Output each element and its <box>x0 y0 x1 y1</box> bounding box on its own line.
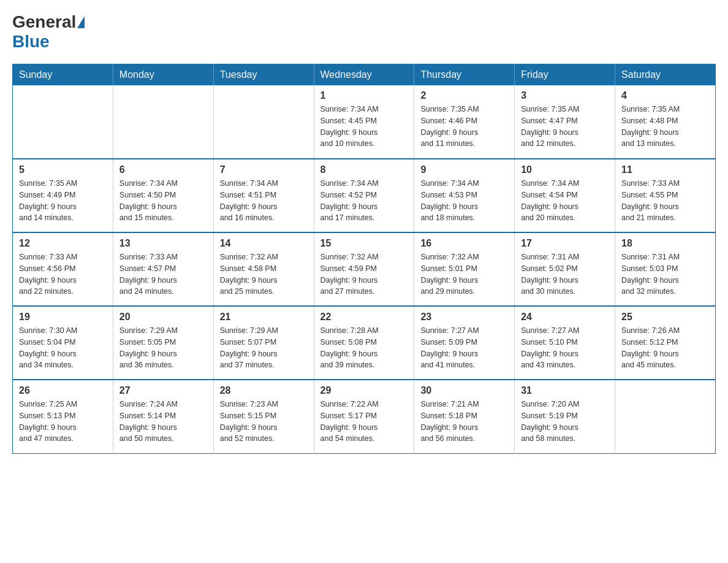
day-info: Sunrise: 7:35 AM Sunset: 4:46 PM Dayligh… <box>420 104 508 150</box>
day-number: 2 <box>420 90 508 101</box>
calendar-cell: 23Sunrise: 7:27 AM Sunset: 5:09 PM Dayli… <box>414 306 515 380</box>
calendar-cell: 6Sunrise: 7:34 AM Sunset: 4:50 PM Daylig… <box>113 159 213 232</box>
calendar-cell: 31Sunrise: 7:20 AM Sunset: 5:19 PM Dayli… <box>515 380 615 453</box>
day-number: 30 <box>420 385 508 396</box>
day-info: Sunrise: 7:32 AM Sunset: 5:01 PM Dayligh… <box>420 251 508 297</box>
calendar-header: SundayMondayTuesdayWednesdayThursdayFrid… <box>13 64 716 86</box>
calendar-cell: 16Sunrise: 7:32 AM Sunset: 5:01 PM Dayli… <box>414 232 515 306</box>
calendar-week-row: 19Sunrise: 7:30 AM Sunset: 5:04 PM Dayli… <box>13 306 716 380</box>
calendar-cell: 27Sunrise: 7:24 AM Sunset: 5:14 PM Dayli… <box>113 380 213 453</box>
day-number: 24 <box>521 312 609 323</box>
calendar-cell: 10Sunrise: 7:34 AM Sunset: 4:54 PM Dayli… <box>515 159 615 232</box>
calendar-cell: 22Sunrise: 7:28 AM Sunset: 5:08 PM Dayli… <box>314 306 414 380</box>
day-number: 1 <box>320 90 408 101</box>
day-number: 16 <box>420 238 508 249</box>
calendar-cell: 1Sunrise: 7:34 AM Sunset: 4:45 PM Daylig… <box>314 85 414 159</box>
day-number: 9 <box>420 164 508 175</box>
calendar-cell: 18Sunrise: 7:31 AM Sunset: 5:03 PM Dayli… <box>615 232 716 306</box>
day-info: Sunrise: 7:34 AM Sunset: 4:52 PM Dayligh… <box>320 178 408 224</box>
calendar-cell: 26Sunrise: 7:25 AM Sunset: 5:13 PM Dayli… <box>13 380 113 453</box>
page-header: General Blue <box>12 12 716 52</box>
day-info: Sunrise: 7:24 AM Sunset: 5:14 PM Dayligh… <box>119 399 207 445</box>
day-number: 8 <box>320 164 408 175</box>
day-number: 18 <box>621 238 709 249</box>
calendar-cell: 17Sunrise: 7:31 AM Sunset: 5:02 PM Dayli… <box>515 232 615 306</box>
day-number: 22 <box>320 312 408 323</box>
calendar-cell: 24Sunrise: 7:27 AM Sunset: 5:10 PM Dayli… <box>515 306 615 380</box>
day-info: Sunrise: 7:33 AM Sunset: 4:55 PM Dayligh… <box>621 178 709 224</box>
day-number: 21 <box>220 312 308 323</box>
logo-triangle-icon <box>77 16 85 28</box>
calendar-cell: 12Sunrise: 7:33 AM Sunset: 4:56 PM Dayli… <box>13 232 113 306</box>
calendar-cell: 28Sunrise: 7:23 AM Sunset: 5:15 PM Dayli… <box>213 380 314 453</box>
day-info: Sunrise: 7:20 AM Sunset: 5:19 PM Dayligh… <box>521 399 609 445</box>
calendar-cell: 15Sunrise: 7:32 AM Sunset: 4:59 PM Dayli… <box>314 232 414 306</box>
day-of-week-header: Sunday <box>13 64 113 86</box>
calendar-cell: 5Sunrise: 7:35 AM Sunset: 4:49 PM Daylig… <box>13 159 113 232</box>
day-number: 10 <box>521 164 609 175</box>
calendar-cell: 9Sunrise: 7:34 AM Sunset: 4:53 PM Daylig… <box>414 159 515 232</box>
day-number: 14 <box>220 238 308 249</box>
day-info: Sunrise: 7:29 AM Sunset: 5:05 PM Dayligh… <box>119 325 207 371</box>
calendar-cell: 2Sunrise: 7:35 AM Sunset: 4:46 PM Daylig… <box>414 85 515 159</box>
day-number: 26 <box>19 385 107 396</box>
calendar-cell <box>615 380 716 453</box>
calendar-cell <box>213 85 314 159</box>
day-info: Sunrise: 7:27 AM Sunset: 5:09 PM Dayligh… <box>420 325 508 371</box>
day-info: Sunrise: 7:35 AM Sunset: 4:48 PM Dayligh… <box>621 104 709 150</box>
day-of-week-header: Friday <box>515 64 615 86</box>
logo: General Blue <box>12 12 86 52</box>
day-info: Sunrise: 7:34 AM Sunset: 4:45 PM Dayligh… <box>320 104 408 150</box>
calendar-week-row: 5Sunrise: 7:35 AM Sunset: 4:49 PM Daylig… <box>13 159 716 232</box>
days-of-week-row: SundayMondayTuesdayWednesdayThursdayFrid… <box>13 64 716 86</box>
calendar-cell: 14Sunrise: 7:32 AM Sunset: 4:58 PM Dayli… <box>213 232 314 306</box>
day-number: 3 <box>521 90 609 101</box>
day-number: 6 <box>119 164 207 175</box>
calendar-cell <box>113 85 213 159</box>
calendar-cell: 7Sunrise: 7:34 AM Sunset: 4:51 PM Daylig… <box>213 159 314 232</box>
day-info: Sunrise: 7:22 AM Sunset: 5:17 PM Dayligh… <box>320 399 408 445</box>
day-info: Sunrise: 7:33 AM Sunset: 4:56 PM Dayligh… <box>19 251 107 297</box>
day-number: 23 <box>420 312 508 323</box>
day-number: 4 <box>621 90 709 101</box>
calendar-cell: 29Sunrise: 7:22 AM Sunset: 5:17 PM Dayli… <box>314 380 414 453</box>
day-info: Sunrise: 7:32 AM Sunset: 4:58 PM Dayligh… <box>220 251 308 297</box>
day-info: Sunrise: 7:30 AM Sunset: 5:04 PM Dayligh… <box>19 325 107 371</box>
calendar-cell <box>13 85 113 159</box>
day-info: Sunrise: 7:35 AM Sunset: 4:47 PM Dayligh… <box>521 104 609 150</box>
day-of-week-header: Thursday <box>414 64 515 86</box>
day-info: Sunrise: 7:28 AM Sunset: 5:08 PM Dayligh… <box>320 325 408 371</box>
day-of-week-header: Tuesday <box>213 64 314 86</box>
day-number: 7 <box>220 164 308 175</box>
calendar-cell: 19Sunrise: 7:30 AM Sunset: 5:04 PM Dayli… <box>13 306 113 380</box>
day-info: Sunrise: 7:33 AM Sunset: 4:57 PM Dayligh… <box>119 251 207 297</box>
calendar-cell: 8Sunrise: 7:34 AM Sunset: 4:52 PM Daylig… <box>314 159 414 232</box>
day-number: 19 <box>19 312 107 323</box>
day-number: 13 <box>119 238 207 249</box>
day-number: 28 <box>220 385 308 396</box>
day-info: Sunrise: 7:31 AM Sunset: 5:02 PM Dayligh… <box>521 251 609 297</box>
day-number: 11 <box>621 164 709 175</box>
day-info: Sunrise: 7:34 AM Sunset: 4:54 PM Dayligh… <box>521 178 609 224</box>
day-info: Sunrise: 7:34 AM Sunset: 4:50 PM Dayligh… <box>119 178 207 224</box>
calendar-cell: 4Sunrise: 7:35 AM Sunset: 4:48 PM Daylig… <box>615 85 716 159</box>
day-info: Sunrise: 7:27 AM Sunset: 5:10 PM Dayligh… <box>521 325 609 371</box>
day-info: Sunrise: 7:35 AM Sunset: 4:49 PM Dayligh… <box>19 178 107 224</box>
day-info: Sunrise: 7:31 AM Sunset: 5:03 PM Dayligh… <box>621 251 709 297</box>
logo-blue-text: Blue <box>12 32 50 51</box>
calendar-cell: 21Sunrise: 7:29 AM Sunset: 5:07 PM Dayli… <box>213 306 314 380</box>
day-info: Sunrise: 7:32 AM Sunset: 4:59 PM Dayligh… <box>320 251 408 297</box>
day-info: Sunrise: 7:21 AM Sunset: 5:18 PM Dayligh… <box>420 399 508 445</box>
calendar-table: SundayMondayTuesdayWednesdayThursdayFrid… <box>12 64 716 454</box>
day-number: 12 <box>19 238 107 249</box>
calendar-week-row: 1Sunrise: 7:34 AM Sunset: 4:45 PM Daylig… <box>13 85 716 159</box>
day-number: 27 <box>119 385 207 396</box>
calendar-week-row: 12Sunrise: 7:33 AM Sunset: 4:56 PM Dayli… <box>13 232 716 306</box>
logo-general-text: General <box>12 12 76 32</box>
day-info: Sunrise: 7:34 AM Sunset: 4:53 PM Dayligh… <box>420 178 508 224</box>
calendar-cell: 13Sunrise: 7:33 AM Sunset: 4:57 PM Dayli… <box>113 232 213 306</box>
day-info: Sunrise: 7:25 AM Sunset: 5:13 PM Dayligh… <box>19 399 107 445</box>
day-info: Sunrise: 7:34 AM Sunset: 4:51 PM Dayligh… <box>220 178 308 224</box>
calendar-week-row: 26Sunrise: 7:25 AM Sunset: 5:13 PM Dayli… <box>13 380 716 453</box>
calendar-cell: 3Sunrise: 7:35 AM Sunset: 4:47 PM Daylig… <box>515 85 615 159</box>
